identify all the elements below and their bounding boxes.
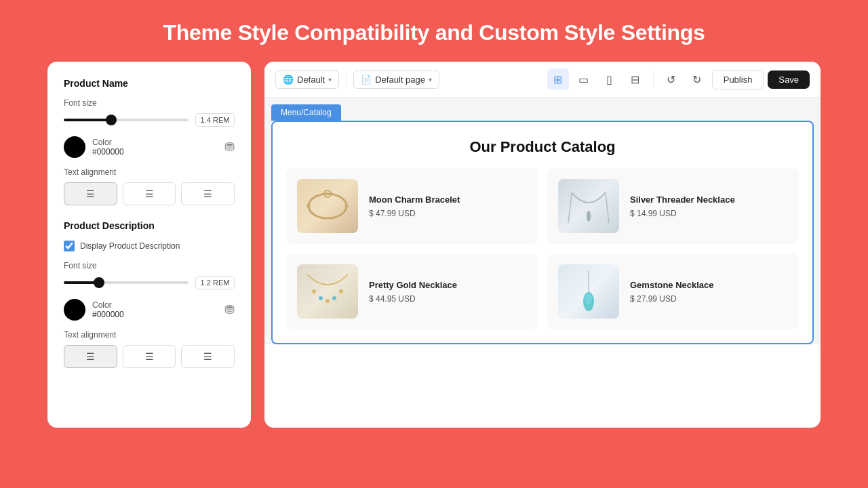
content-area: Product Name Font size 1.4 REM Color #00… (0, 62, 868, 428)
text-align-label-2: Text alignment (64, 330, 235, 340)
bracelet-svg (297, 179, 358, 233)
display-checkbox-row: Display Product Description (64, 241, 235, 251)
catalog-heading: Our Product Catalog (286, 138, 799, 156)
db-icon-1[interactable]: ⛃ (224, 140, 235, 155)
align-right-btn-2[interactable]: ☰ (181, 345, 235, 368)
slider-thumb-2[interactable] (94, 277, 104, 288)
font-size-slider-row-2: 1.2 REM (64, 276, 235, 289)
svg-point-15 (585, 293, 592, 304)
page-title-area: Theme Style Compatibility and Custom Sty… (0, 0, 868, 62)
product-grid: Moon Charm Bracelet $ 47.99 USD (286, 168, 799, 329)
product-description-title: Product Description (64, 220, 235, 231)
color-left-2: Color #000000 (64, 299, 124, 321)
globe-icon: 🌐 (283, 75, 294, 85)
necklace2-svg (297, 264, 358, 319)
svg-point-7 (587, 211, 591, 222)
db-icon-2[interactable]: ⛃ (224, 302, 235, 317)
product-image-3 (558, 264, 619, 319)
product-card-1: Silver Threader Necklace $ 14.99 USD (547, 168, 799, 244)
default-dropdown[interactable]: 🌐 Default ▾ (275, 70, 339, 89)
toolbar-separator-1 (346, 71, 347, 87)
product-info-1: Silver Threader Necklace $ 14.99 USD (630, 195, 788, 218)
color-hex-1: #000000 (92, 147, 124, 157)
font-size-value-2: 1.2 REM (195, 276, 235, 289)
publish-button[interactable]: Publish (712, 70, 764, 89)
svg-point-11 (332, 296, 336, 300)
color-swatch-1[interactable] (64, 136, 85, 158)
product-name-title: Product Name (64, 78, 235, 89)
svg-point-3 (307, 204, 311, 208)
product-image-0 (297, 179, 358, 233)
align-center-btn-2[interactable]: ☰ (123, 345, 176, 368)
product-name-2: Pretty Gold Necklace (369, 280, 527, 290)
page-icon: 📄 (361, 75, 372, 85)
font-size-label-1: Font size (64, 98, 235, 108)
tab-area: Menu/Catalog (264, 98, 821, 121)
left-panel: Product Name Font size 1.4 REM Color #00… (47, 62, 251, 428)
slider-fill-1 (64, 119, 111, 121)
product-card-2: Pretty Gold Necklace $ 44.95 USD (286, 253, 538, 329)
product-price-1: $ 14.99 USD (630, 209, 788, 218)
undo-btn[interactable]: ↺ (660, 68, 682, 90)
svg-point-9 (319, 296, 323, 300)
default-page-label: Default page (375, 75, 425, 85)
svg-point-12 (339, 289, 343, 293)
slider-thumb-1[interactable] (106, 115, 117, 125)
gemstone-svg (558, 264, 619, 319)
tablet-view-btn[interactable]: ▭ (573, 68, 595, 90)
font-size-slider-2[interactable] (64, 281, 189, 284)
product-name-0: Moon Charm Bracelet (369, 195, 527, 205)
page-title: Theme Style Compatibility and Custom Sty… (14, 20, 854, 45)
product-price-2: $ 44.95 USD (369, 294, 527, 304)
svg-point-2 (326, 192, 329, 195)
product-price-3: $ 27.99 USD (630, 294, 788, 304)
font-size-slider-1[interactable] (64, 119, 189, 121)
svg-point-8 (312, 289, 316, 293)
svg-line-5 (568, 192, 572, 223)
product-card-3: Gemstone Necklace $ 27.99 USD (547, 253, 799, 329)
product-info-0: Moon Charm Bracelet $ 47.99 USD (369, 195, 527, 218)
product-name-1: Silver Threader Necklace (630, 195, 788, 205)
product-image-1 (558, 179, 619, 233)
align-center-btn-1[interactable]: ☰ (123, 182, 176, 205)
display-product-checkbox[interactable] (64, 241, 75, 251)
align-left-btn-1[interactable]: ☰ (64, 182, 117, 205)
editor-content: Menu/Catalog Our Product Catalog (264, 98, 821, 344)
color-swatch-2[interactable] (64, 299, 85, 321)
alignment-row-1: ☰ ☰ ☰ (64, 182, 235, 205)
color-info-2: Color #000000 (92, 300, 124, 319)
chevron-down-icon-2: ▾ (429, 76, 432, 83)
right-panel: 🌐 Default ▾ 📄 Default page ▾ ⊞ ▭ ▯ ⊟ ↺ ↻ (264, 62, 821, 428)
align-right-btn-1[interactable]: ☰ (181, 182, 235, 205)
product-info-2: Pretty Gold Necklace $ 44.95 USD (369, 280, 527, 304)
svg-point-10 (326, 299, 330, 303)
catalog-panel: Our Product Catalog (271, 121, 814, 344)
toolbar-left: 🌐 Default ▾ 📄 Default page ▾ (275, 70, 439, 89)
necklace1-svg (558, 179, 619, 233)
desktop-view-btn[interactable]: ⊞ (547, 68, 569, 90)
product-name-section: Product Name Font size 1.4 REM Color #00… (64, 78, 235, 205)
mobile-view-btn[interactable]: ▯ (599, 68, 620, 90)
menu-catalog-tab[interactable]: Menu/Catalog (271, 104, 341, 121)
font-size-value-1: 1.4 REM (195, 113, 235, 127)
save-button[interactable]: Save (768, 70, 810, 89)
font-size-label-2: Font size (64, 261, 235, 270)
redo-btn[interactable]: ↻ (686, 68, 708, 90)
color-info-1: Color #000000 (92, 138, 124, 157)
default-page-dropdown[interactable]: 📄 Default page ▾ (353, 70, 439, 89)
color-label-1: Color (92, 138, 124, 147)
color-row-2: Color #000000 ⛃ (64, 299, 235, 321)
toolbar-right: ⊞ ▭ ▯ ⊟ ↺ ↻ Publish Save (547, 68, 810, 90)
toolbar-separator-2 (653, 71, 654, 87)
product-info-3: Gemstone Necklace $ 27.99 USD (630, 280, 788, 304)
color-left-1: Color #000000 (64, 136, 124, 158)
text-align-label-1: Text alignment (64, 167, 235, 177)
align-left-btn-2[interactable]: ☰ (64, 345, 117, 368)
responsive-view-btn[interactable]: ⊟ (625, 68, 646, 90)
display-product-label: Display Product Description (80, 241, 180, 251)
product-price-0: $ 47.99 USD (369, 209, 527, 218)
default-dropdown-label: Default (297, 75, 325, 85)
color-label-2: Color (92, 300, 124, 310)
editor-toolbar: 🌐 Default ▾ 📄 Default page ▾ ⊞ ▭ ▯ ⊟ ↺ ↻ (264, 62, 821, 98)
product-card-0: Moon Charm Bracelet $ 47.99 USD (286, 168, 538, 244)
